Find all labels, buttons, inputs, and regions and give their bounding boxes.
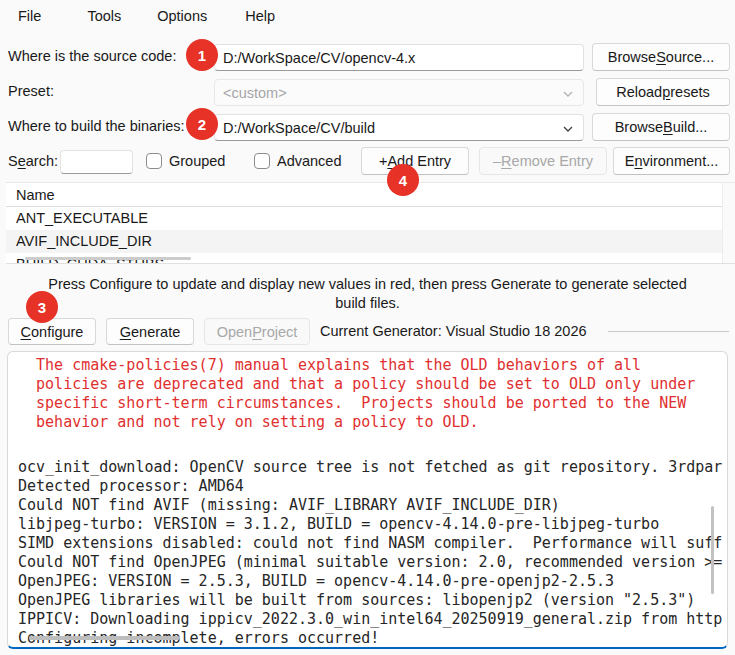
log-message-line: Could NOT find AVIF (missing: AVIF_LIBRA…: [18, 496, 727, 515]
search-label-accel: e: [18, 153, 26, 169]
build-dir-value: D:/WorkSpace/CV/build: [223, 120, 375, 136]
reload-presets-label-post: resets: [670, 84, 710, 100]
source-code-label: Where is the source code:: [8, 48, 176, 64]
log-horizontal-scrollbar[interactable]: [29, 636, 180, 640]
build-dir-label: Where to build the binaries:: [8, 118, 185, 134]
preset-combobox: <custom>: [214, 79, 584, 106]
table-header-name[interactable]: Name: [6, 183, 735, 207]
browse-build-accel: B: [663, 119, 673, 135]
menu-tools[interactable]: Tools: [81, 4, 127, 28]
annotation-circle-2: 2: [186, 108, 218, 140]
menu-help[interactable]: Help: [239, 4, 281, 28]
table-vertical-scrollbar[interactable]: [722, 183, 735, 263]
browse-build-label: Browse: [615, 119, 663, 135]
generate-accel: G: [120, 324, 131, 340]
chevron-down-icon: [562, 123, 574, 135]
remove-entry-accel: R: [501, 153, 511, 169]
configure-hint-line1: Press Configure to update and display ne…: [0, 275, 735, 294]
advanced-checkbox[interactable]: [254, 153, 270, 169]
generate-button[interactable]: Generate: [106, 318, 194, 345]
open-project-label-pre: Open: [217, 324, 252, 340]
log-error-block: The cmake-policies(7) manual explains th…: [18, 356, 727, 432]
environment-accel: n: [634, 153, 642, 169]
annotation-circle-3: 3: [26, 291, 58, 323]
configure-hint-line2: build files.: [0, 294, 735, 313]
output-log[interactable]: The cmake-policies(7) manual explains th…: [7, 351, 728, 649]
open-project-label-post: roject: [262, 324, 297, 340]
log-error-line: policies are deprecated and that a polic…: [18, 375, 727, 394]
open-project-button: Open Project: [204, 318, 310, 345]
log-message-line: SIMD extensions disabled: could not find…: [18, 534, 727, 553]
remove-entry-button: – Remove Entry: [479, 147, 607, 175]
browse-source-label-post: ource...: [666, 49, 714, 65]
annotation-circle-1: 1: [186, 39, 218, 71]
build-dir-combobox[interactable]: D:/WorkSpace/CV/build: [214, 114, 584, 141]
log-error-line: specific short-term circumstances. Proje…: [18, 394, 727, 413]
annotation-circle-4: 4: [387, 164, 419, 196]
browse-source-label: Browse: [608, 49, 656, 65]
search-label: Search:: [8, 153, 58, 169]
environment-label-pre: E: [625, 153, 635, 169]
log-error-line: The cmake-policies(7) manual explains th…: [18, 356, 727, 375]
generator-divider: [608, 331, 729, 332]
chevron-down-icon: [562, 88, 574, 100]
browse-build-button[interactable]: Browse Build...: [592, 113, 730, 141]
source-code-input[interactable]: [214, 44, 584, 71]
browse-source-accel: S: [656, 49, 666, 65]
browse-build-label-post: uild...: [673, 119, 708, 135]
remove-entry-label: emove Entry: [512, 153, 593, 169]
menubar: File Tools Options Help: [0, 0, 735, 32]
grouped-checkbox-label[interactable]: Grouped: [169, 153, 225, 169]
reload-presets-accel: p: [662, 84, 670, 100]
log-blank-gap: [18, 432, 727, 458]
configure-hint-text: Press Configure to update and display ne…: [0, 275, 735, 313]
browse-source-button[interactable]: Browse Source...: [592, 43, 730, 71]
menu-file[interactable]: File: [12, 4, 47, 28]
preset-label: Preset:: [8, 83, 54, 99]
plus-icon: +: [379, 153, 387, 169]
table-row[interactable]: AVIF_INCLUDE_DIR: [6, 230, 735, 253]
advanced-checkbox-label[interactable]: Advanced: [277, 153, 342, 169]
reload-presets-button[interactable]: Reload presets: [596, 78, 730, 106]
reload-presets-label: Reload: [616, 84, 662, 100]
table-row[interactable]: ANT_EXECUTABLE: [6, 207, 735, 230]
log-message-line: ocv_init_download: OpenCV source tree is…: [18, 458, 727, 477]
log-message-line: OpenJPEG libraries will be built from so…: [18, 591, 727, 610]
log-message-line: Detected processor: AMD64: [18, 477, 727, 496]
log-message-block: ocv_init_download: OpenCV source tree is…: [18, 458, 727, 648]
configure-accel: C: [21, 324, 31, 340]
minus-icon: –: [493, 153, 501, 169]
table-rows: ANT_EXECUTABLEAVIF_INCLUDE_DIRBUILD_CUDA…: [6, 207, 735, 264]
table-horizontal-scrollbar[interactable]: [25, 257, 191, 260]
log-message-line: libjpeg-turbo: VERSION = 3.1.2, BUILD = …: [18, 515, 727, 534]
log-vertical-scrollbar[interactable]: [711, 506, 714, 594]
log-error-line: behavior and not rely on setting a polic…: [18, 413, 727, 432]
environment-button[interactable]: Environment...: [613, 147, 730, 175]
preset-value: <custom>: [223, 85, 287, 101]
menu-options[interactable]: Options: [151, 4, 213, 28]
configure-label: onfigure: [31, 324, 83, 340]
log-message-line: Could NOT find OpenJPEG (minimal suitabl…: [18, 553, 727, 572]
search-label-post: arch:: [26, 153, 58, 169]
log-message-line: OpenJPEG: VERSION = 2.5.3, BUILD = openc…: [18, 572, 727, 591]
cache-variables-table: Name ANT_EXECUTABLEAVIF_INCLUDE_DIRBUILD…: [6, 182, 735, 264]
open-project-accel: P: [252, 324, 262, 340]
current-generator-label: Current Generator: Visual Studio 18 2026: [320, 323, 587, 339]
generate-label: enerate: [131, 324, 180, 340]
grouped-checkbox[interactable]: [146, 153, 162, 169]
search-input[interactable]: [60, 150, 133, 174]
log-message-line: IPPICV: Downloading ippicv_2022.3.0_win_…: [18, 610, 727, 629]
configure-button[interactable]: Configure: [8, 318, 96, 345]
environment-label-post: vironment...: [643, 153, 719, 169]
search-label-pre: S: [8, 153, 18, 169]
